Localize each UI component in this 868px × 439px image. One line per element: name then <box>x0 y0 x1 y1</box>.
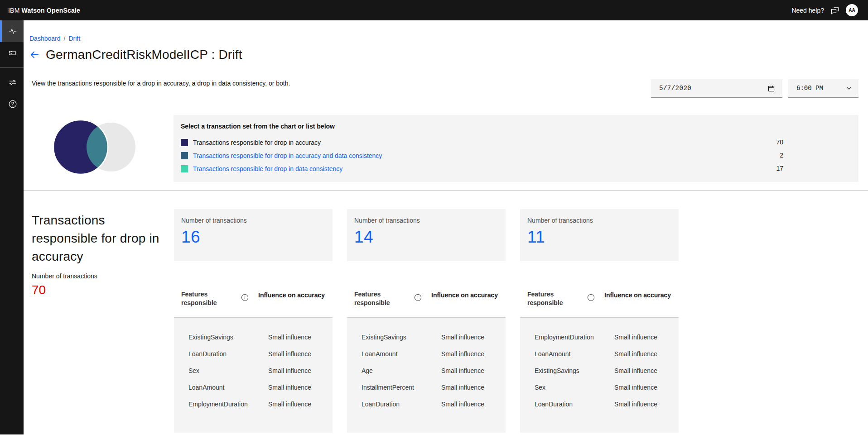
breadcrumb-drift-link[interactable]: Drift <box>68 35 80 42</box>
consistency-swatch <box>181 165 188 172</box>
time-value: 6:00 PM <box>796 85 823 92</box>
sidebar-item-model-catalog[interactable] <box>0 42 24 64</box>
card-count-label: Number of transactions <box>527 217 671 224</box>
feature-row: EmploymentDuration Small influence <box>174 396 333 413</box>
influence-value: Small influence <box>268 401 311 408</box>
card-count-value: 11 <box>527 228 671 247</box>
feature-row: ExistingSavings Small influence <box>174 329 333 346</box>
time-select[interactable]: 6:00 PM <box>788 79 858 98</box>
influence-value: Small influence <box>268 384 311 391</box>
app-brand: IBMWatson OpenScale <box>8 7 80 14</box>
venn-diagram[interactable] <box>47 115 142 180</box>
feature-table: ExistingSavings Small influence LoanDura… <box>174 318 333 433</box>
chat-icon[interactable] <box>830 6 839 15</box>
feature-name: Age <box>362 367 373 374</box>
transaction-set-panel: Select a transaction set from the chart … <box>174 115 858 182</box>
need-help-link[interactable]: Need help? <box>791 7 824 14</box>
legend-count: 17 <box>770 165 783 172</box>
influence-value: Small influence <box>614 384 657 391</box>
main-content: Dashboard/Drift GermanCreditRiskModelICP… <box>24 20 868 439</box>
influence-value: Small influence <box>441 367 484 374</box>
feature-row: Sex Small influence <box>520 380 679 396</box>
card-count-label: Number of transactions <box>181 217 325 224</box>
transaction-cluster-card: Number of transactions 16 Features respo… <box>174 209 333 433</box>
card-table-header: Features responsible Influence on accura… <box>520 261 679 318</box>
influence-value: Small influence <box>614 334 657 341</box>
info-icon[interactable] <box>241 294 249 303</box>
feature-name: Sex <box>535 384 545 391</box>
info-icon[interactable] <box>587 294 595 303</box>
accuracy-swatch <box>181 139 188 146</box>
feature-name: Sex <box>188 367 199 374</box>
influence-value: Small influence <box>614 350 657 358</box>
influence-value: Small influence <box>268 334 311 341</box>
both-swatch <box>181 152 188 159</box>
feature-row: Age Small influence <box>347 363 506 380</box>
sidebar-item-configure[interactable] <box>0 72 24 93</box>
feature-name: LoanDuration <box>362 401 400 408</box>
legend-count: 70 <box>770 138 783 146</box>
legend-label[interactable]: Transactions responsible for drop in acc… <box>193 139 321 146</box>
legend-row-accuracy-and-consistency[interactable]: Transactions responsible for drop in acc… <box>181 149 858 162</box>
feature-row: EmploymentDuration Small influence <box>520 329 679 346</box>
feature-name: ExistingSavings <box>535 367 579 374</box>
feature-row: LoanDuration Small influence <box>347 396 506 413</box>
card-count-value: 16 <box>181 228 325 247</box>
breadcrumb-dashboard-link[interactable]: Dashboard <box>29 35 61 42</box>
feature-row: ExistingSavings Small influence <box>347 329 506 346</box>
activity-icon <box>9 27 17 35</box>
features-column-header: Features responsible <box>527 290 582 307</box>
influence-column-header: Influence on accuracy <box>604 291 671 299</box>
info-icon[interactable] <box>414 294 422 303</box>
sidebar-item-insights[interactable] <box>0 20 24 42</box>
feature-name: LoanDuration <box>188 350 227 358</box>
legend-label[interactable]: Transactions responsible for drop in acc… <box>193 152 382 159</box>
selected-set-title: Transactions responsible for drop in acc… <box>32 211 164 266</box>
feature-name: LoanAmount <box>362 350 397 358</box>
feature-name: EmploymentDuration <box>188 401 248 408</box>
selected-count-value: 70 <box>32 283 46 297</box>
feature-row: LoanDuration Small influence <box>174 346 333 363</box>
feature-row: ExistingSavings Small influence <box>520 363 679 380</box>
features-column-header: Features responsible <box>354 290 409 307</box>
legend-row-consistency[interactable]: Transactions responsible for drop in dat… <box>181 162 858 175</box>
feature-row: LoanAmount Small influence <box>174 380 333 396</box>
feature-name: EmploymentDuration <box>535 334 594 341</box>
transaction-cluster-card: Number of transactions 14 Features respo… <box>347 209 506 433</box>
feature-row: LoanDuration Small influence <box>520 396 679 413</box>
date-picker[interactable]: 5/7/2020 <box>651 79 782 98</box>
page-description: View the transactions responsible for a … <box>32 80 290 87</box>
influence-value: Small influence <box>441 401 484 408</box>
legend-heading: Select a transaction set from the chart … <box>181 123 858 130</box>
feature-row: LoanAmount Small influence <box>520 346 679 363</box>
legend-row-accuracy[interactable]: Transactions responsible for drop in acc… <box>181 136 858 149</box>
sliders-icon <box>9 78 17 86</box>
feature-row: LoanAmount Small influence <box>347 346 506 363</box>
feature-row: Sex Small influence <box>174 363 333 380</box>
feature-name: ExistingSavings <box>188 334 233 341</box>
sidebar-divider <box>0 67 24 68</box>
feature-row: InstallmentPercent Small influence <box>347 380 506 396</box>
feature-name: LoanAmount <box>188 384 224 391</box>
influence-value: Small influence <box>441 350 484 358</box>
transaction-cluster-card: Number of transactions 11 Features respo… <box>520 209 679 433</box>
section-divider <box>24 190 868 191</box>
influence-value: Small influence <box>268 367 311 374</box>
influence-column-header: Influence on accuracy <box>431 291 498 299</box>
feature-table: EmploymentDuration Small influence LoanA… <box>520 318 679 433</box>
feature-name: LoanDuration <box>535 401 573 408</box>
legend-label[interactable]: Transactions responsible for drop in dat… <box>193 165 342 172</box>
calendar-icon <box>767 85 775 92</box>
top-bar: IBMWatson OpenScale Need help? AA <box>0 0 868 20</box>
card-table-header: Features responsible Influence on accura… <box>347 261 506 318</box>
card-count-label: Number of transactions <box>354 217 498 224</box>
user-avatar[interactable]: AA <box>846 4 858 16</box>
back-arrow-icon[interactable] <box>29 50 39 60</box>
legend-count: 2 <box>770 152 783 159</box>
feature-name: InstallmentPercent <box>362 384 414 391</box>
date-value: 5/7/2020 <box>659 85 691 92</box>
feature-name: LoanAmount <box>535 350 570 358</box>
influence-value: Small influence <box>614 367 657 374</box>
sidebar-item-help[interactable] <box>0 93 24 115</box>
help-icon <box>8 100 17 109</box>
